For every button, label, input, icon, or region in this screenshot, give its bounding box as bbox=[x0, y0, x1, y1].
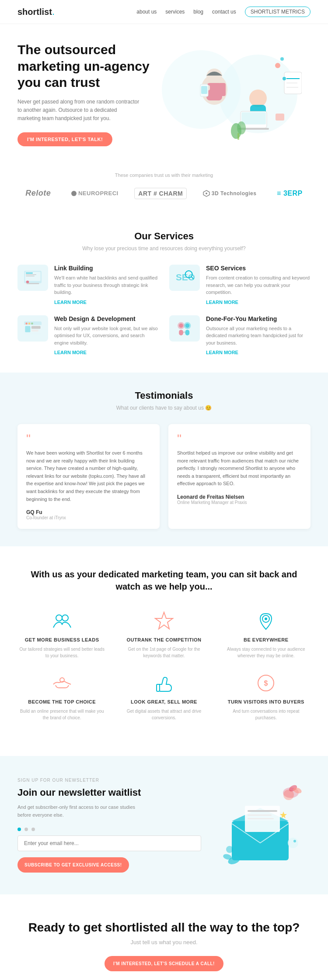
logo-text: shortlist bbox=[17, 7, 52, 17]
services-grid: Link Building We'll earn white hat backl… bbox=[17, 265, 311, 355]
benefit-look-great-desc: Get digital assets that attract and driv… bbox=[119, 708, 208, 721]
service-web-design-title: Web Design & Development bbox=[54, 315, 159, 322]
nav-about[interactable]: about us bbox=[136, 9, 157, 15]
benefit-top-choice-title: BECOME THE TOP CHOICE bbox=[28, 699, 96, 704]
service-done-for-you-link[interactable]: LEARN MORE bbox=[206, 350, 311, 355]
newsletter-title: Join our newsletter waitlist bbox=[17, 787, 201, 798]
service-link-building: Link Building We'll earn white hat backl… bbox=[17, 265, 159, 305]
benefit-outrank-desc: Get on the 1st page of Google for the ke… bbox=[119, 646, 208, 659]
svg-point-54 bbox=[265, 618, 267, 620]
svg-rect-41 bbox=[25, 326, 30, 332]
svg-point-21 bbox=[275, 63, 280, 68]
testimonial-2: " Shortlist helped us improve our online… bbox=[168, 424, 311, 529]
hero-blob bbox=[162, 50, 241, 129]
hero-description: Never get passed along from one random c… bbox=[17, 98, 140, 123]
svg-point-38 bbox=[28, 322, 31, 324]
services-subtitle: Why lose your precious time and resource… bbox=[17, 245, 311, 252]
benefit-turn-visitors-desc: And turn conversations into repeat purch… bbox=[222, 708, 311, 721]
testimonial-1: " We have been working with Shortlist fo… bbox=[17, 424, 160, 529]
svg-point-22 bbox=[280, 57, 284, 61]
benefit-turn-visitors-title: TURN VISITORS INTO BUYERS bbox=[228, 699, 304, 704]
service-web-design-desc: Not only will your website look great, b… bbox=[54, 325, 159, 347]
svg-point-51 bbox=[62, 615, 68, 621]
nav-services[interactable]: services bbox=[165, 9, 185, 15]
service-done-for-you-content: Done-For-You Marketing Outsource all you… bbox=[206, 315, 311, 355]
service-seo-desc: From content creation to consulting and … bbox=[206, 274, 311, 296]
link-building-svg bbox=[22, 267, 43, 288]
svg-marker-52 bbox=[155, 612, 173, 629]
service-seo-icon: SEO bbox=[169, 265, 200, 291]
service-web-design-link[interactable]: LEARN MORE bbox=[54, 350, 159, 355]
service-web-design-content: Web Design & Development Not only will y… bbox=[54, 315, 159, 355]
service-link-building-link[interactable]: LEARN MORE bbox=[54, 300, 159, 305]
svg-rect-49 bbox=[185, 330, 190, 335]
cta-title: Ready to get shortlisted all the way to … bbox=[17, 921, 311, 935]
svg-point-25 bbox=[206, 193, 207, 194]
benefit-turn-visitors: $ TURN VISITORS INTO BUYERS And turn con… bbox=[222, 672, 311, 721]
newsletter-tag: SIGN UP FOR OUR NEWSLETTER bbox=[17, 778, 201, 783]
services-section: Our Services Why lose your precious time… bbox=[0, 213, 328, 373]
newsletter-illustration bbox=[214, 782, 311, 869]
svg-point-39 bbox=[31, 322, 33, 324]
location-icon bbox=[255, 610, 277, 632]
benefits-section: With us as your dedicated marketing team… bbox=[0, 546, 328, 756]
benefits-grid-top: GET MORE BUSINESS LEADS Our tailored str… bbox=[17, 610, 311, 659]
svg-point-47 bbox=[185, 323, 190, 328]
nav-blog[interactable]: blog bbox=[193, 9, 203, 15]
nav-metrics-button[interactable]: SHORTLIST METRICS bbox=[245, 7, 311, 17]
services-title: Our Services bbox=[17, 231, 311, 242]
benefit-everywhere-desc: Always stay connected to your audience w… bbox=[222, 646, 311, 659]
logo-tech: 3D Technologies bbox=[199, 188, 261, 199]
nav-logo: shortlist. bbox=[17, 6, 55, 17]
hero-illustration bbox=[171, 46, 311, 142]
newsletter-description: And get subscriber-only first access to … bbox=[17, 804, 140, 819]
hero-title: The outsourced marketing un-agency you c… bbox=[17, 41, 171, 91]
testimonial-1-author: GQ Fu bbox=[26, 509, 151, 515]
newsletter-email-input[interactable] bbox=[17, 835, 201, 851]
trust-label: These companies trust us with their mark… bbox=[17, 173, 311, 178]
svg-rect-20 bbox=[237, 133, 239, 140]
logo-neuro: NEUROPRECI bbox=[67, 188, 123, 199]
benefit-outrank-title: OUTRANK THE COMPETITION bbox=[126, 637, 201, 642]
svg-rect-56 bbox=[157, 684, 160, 691]
testimonials-grid: " We have been working with Shortlist fo… bbox=[17, 424, 311, 529]
hero-cta-button[interactable]: I'M INTERESTED, LET'S TALK! bbox=[17, 132, 112, 146]
benefit-outrank: OUTRANK THE COMPETITION Get on the 1st p… bbox=[119, 610, 208, 659]
nav-contact[interactable]: contact us bbox=[212, 9, 236, 15]
svg-point-50 bbox=[56, 615, 62, 621]
newsletter-subscribe-button[interactable]: SUBSCRIBE TO GET EXCLUSIVE ACCESS! bbox=[17, 857, 129, 873]
newsletter-content: SIGN UP FOR OUR NEWSLETTER Join our news… bbox=[17, 778, 201, 873]
benefit-everywhere-title: BE EVERYWHERE bbox=[244, 637, 289, 642]
service-web-design: Web Design & Development Not only will y… bbox=[17, 315, 159, 355]
benefit-top-choice: BECOME THE TOP CHOICE Build an online pr… bbox=[17, 672, 106, 721]
navbar: shortlist. about us services blog contac… bbox=[0, 0, 328, 24]
nav-links: about us services blog contact us SHORTL… bbox=[136, 7, 311, 17]
hero-section: The outsourced marketing un-agency you c… bbox=[0, 24, 328, 159]
svg-rect-28 bbox=[26, 273, 33, 273]
service-done-for-you: Done-For-You Marketing Outsource all you… bbox=[169, 315, 311, 355]
seo-svg: SEO bbox=[174, 267, 195, 288]
newsletter-section: SIGN UP FOR OUR NEWSLETTER Join our news… bbox=[0, 756, 328, 894]
benefit-business-leads-desc: Our tailored strategies will send better… bbox=[17, 646, 106, 659]
star-icon bbox=[153, 610, 175, 632]
svg-rect-11 bbox=[241, 112, 266, 124]
hero-content: The outsourced marketing un-agency you c… bbox=[17, 41, 171, 146]
logo-charm: ART # CHARM bbox=[134, 188, 187, 199]
service-done-for-you-icon bbox=[169, 315, 200, 342]
service-seo: SEO SEO Services From content creation t… bbox=[169, 265, 311, 305]
svg-rect-42 bbox=[31, 326, 41, 328]
svg-rect-48 bbox=[179, 330, 183, 335]
testimonials-title: Testimonials bbox=[17, 390, 311, 401]
testimonial-2-text: Shortlist helped us improve our online v… bbox=[177, 449, 302, 488]
handshake-icon bbox=[51, 672, 73, 694]
web-design-svg bbox=[22, 318, 43, 339]
benefit-look-great: LOOK GREAT, SELL MORE Get digital assets… bbox=[119, 672, 208, 721]
svg-rect-32 bbox=[27, 283, 39, 284]
logo-relote: Relote bbox=[21, 186, 55, 200]
cta-button[interactable]: I'M INTERESTED, LET'S SCHEDULE A CALL! bbox=[105, 956, 223, 971]
benefit-business-leads: GET MORE BUSINESS LEADS Our tailored str… bbox=[17, 610, 106, 659]
logo-erp: ≡ 3ERP bbox=[272, 187, 307, 200]
service-seo-link[interactable]: LEARN MORE bbox=[206, 300, 311, 305]
service-link-building-content: Link Building We'll earn white hat backl… bbox=[54, 265, 159, 305]
service-link-building-title: Link Building bbox=[54, 265, 159, 272]
